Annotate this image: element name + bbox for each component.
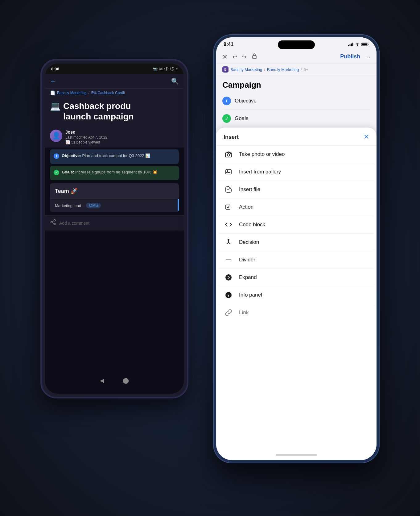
- breadcrumb-link-front2[interactable]: Banc.ly Marketing: [267, 67, 299, 72]
- comment-input[interactable]: Add a comment: [59, 221, 89, 226]
- action-icon: [224, 203, 233, 211]
- file-icon: [224, 186, 233, 193]
- section-row-objective[interactable]: i Objective: [222, 92, 370, 110]
- iphone-phone: 9:41: [213, 34, 380, 463]
- breadcrumb-link-front1[interactable]: Banc.ly Marketing: [230, 67, 262, 72]
- photo-icon: 📷: [153, 67, 158, 71]
- dot-icon: •: [176, 67, 178, 71]
- camera-icon: [224, 151, 233, 158]
- goals-text: Goals: Increase signups from ne segment …: [62, 169, 157, 175]
- insert-item-expand[interactable]: Expand: [219, 269, 374, 286]
- insert-item-gallery[interactable]: Insert from gallery: [219, 163, 374, 181]
- team-row: Marketing lead - @Mia: [50, 199, 179, 212]
- insert-item-info[interactable]: i Info panel: [219, 286, 374, 304]
- link-icon: [224, 309, 233, 316]
- home-indicator: [216, 450, 377, 460]
- fb1-icon: ⓕ: [164, 66, 168, 72]
- svg-line-7: [52, 223, 54, 223]
- objective-icon-front: i: [222, 97, 231, 105]
- team-header: Team 🚀: [50, 183, 179, 199]
- svg-point-19: [230, 153, 231, 154]
- team-section: Team 🚀 Marketing lead - @Mia: [50, 183, 179, 212]
- content-sections-front: i Objective ✓ Goals: [216, 92, 377, 127]
- insert-item-code[interactable]: Code block: [219, 216, 374, 234]
- breadcrumb-sep1: /: [88, 91, 89, 95]
- svg-rect-16: [253, 56, 256, 59]
- svg-text:✓: ✓: [55, 170, 58, 175]
- doc-title-front: Campaign: [222, 80, 370, 90]
- author-info: Jose Last modified Apr 7, 2022 📈 51 peop…: [65, 130, 107, 144]
- section-label-goals: Goals: [235, 115, 248, 122]
- redo-icon[interactable]: ↪: [242, 53, 247, 60]
- info-icon: i: [224, 291, 233, 299]
- iphone-status-icons: [348, 43, 369, 46]
- author-name: Jose: [65, 130, 107, 135]
- svg-rect-15: [362, 44, 367, 46]
- svg-rect-9: [348, 45, 349, 46]
- page-logo: B: [222, 66, 229, 73]
- android-phone: 8:38 📷 M ⓕ ⓕ • ← 🔍 📄 Banc.ly Marketing /…: [40, 59, 188, 398]
- bottom-nav-back: ◀ ⬤: [45, 373, 184, 388]
- iphone-notch: [278, 40, 315, 49]
- svg-point-25: [228, 239, 229, 240]
- scene: 8:38 📷 M ⓕ ⓕ • ← 🔍 📄 Banc.ly Marketing /…: [40, 34, 380, 482]
- team-row-label: Marketing lead -: [55, 203, 84, 208]
- code-label: Code block: [239, 222, 265, 228]
- back-nav-btn[interactable]: ◀: [100, 377, 104, 384]
- svg-point-18: [227, 154, 230, 156]
- insert-item-camera[interactable]: Take photo or video: [219, 146, 374, 163]
- modal-close-button[interactable]: ✕: [364, 134, 369, 140]
- section-row-goals[interactable]: ✓ Goals: [222, 110, 370, 127]
- status-time-back: 8:38: [51, 67, 59, 71]
- more-icon[interactable]: ···: [365, 53, 370, 60]
- avatar-back: 👤: [50, 130, 62, 142]
- nav-bar-back: ← 🔍: [45, 74, 184, 89]
- lock-icon[interactable]: [252, 53, 257, 60]
- insert-item-decision[interactable]: Decision: [219, 234, 374, 251]
- home-indicator-bar: [276, 454, 317, 456]
- svg-text:i: i: [228, 293, 229, 298]
- breadcrumb-sep-front2: /: [301, 67, 302, 72]
- chart-icon: 📈: [65, 140, 70, 144]
- insert-list: Take photo or video Insert from gallery: [216, 146, 377, 450]
- publish-button[interactable]: Publish: [340, 53, 360, 60]
- back-icon[interactable]: ←: [50, 77, 57, 85]
- breadcrumb-front: B Banc.ly Marketing / Banc.ly Marketing …: [216, 64, 377, 75]
- insert-item-link[interactable]: Link: [219, 304, 374, 321]
- breadcrumb-sep-front1: /: [264, 67, 265, 72]
- home-nav-btn[interactable]: ⬤: [123, 377, 129, 384]
- mention-mia[interactable]: @Mia: [86, 203, 101, 208]
- insert-item-divider[interactable]: Divider: [219, 251, 374, 269]
- modal-title: Insert: [224, 134, 239, 140]
- objective-label: Objective:: [62, 153, 81, 158]
- svg-line-8: [52, 221, 54, 222]
- search-icon-back[interactable]: 🔍: [171, 77, 179, 85]
- svg-rect-12: [352, 43, 353, 46]
- modal-header: Insert ✕: [216, 127, 377, 146]
- action-label: Action: [239, 204, 253, 210]
- objective-block: i Objective: Plan and track campai for Q…: [50, 149, 179, 164]
- svg-point-13: [357, 45, 358, 46]
- decision-label: Decision: [239, 239, 259, 245]
- undo-icon[interactable]: ↩: [233, 53, 237, 60]
- objective-icon: i: [54, 153, 59, 160]
- insert-item-action[interactable]: Action: [219, 198, 374, 216]
- divider-label: Divider: [239, 257, 255, 263]
- share-icon[interactable]: [50, 219, 56, 227]
- objective-text: Objective: Plan and track campai for Q3 …: [62, 153, 150, 159]
- gallery-icon: [224, 168, 233, 176]
- page-icon-back: 📄: [50, 90, 55, 95]
- wifi-icon: [355, 43, 360, 46]
- insert-item-file[interactable]: Insert file: [219, 181, 374, 198]
- doc-title-wrap: Campaign: [216, 75, 377, 92]
- breadcrumb-link1[interactable]: Banc.ly Marketing: [57, 91, 86, 95]
- breadcrumb-link2[interactable]: 5% Cashback Credit: [91, 91, 125, 95]
- code-icon: [224, 221, 233, 228]
- svg-point-27: [225, 274, 232, 281]
- fb2-icon: ⓕ: [170, 66, 174, 72]
- close-icon-toolbar[interactable]: ✕: [222, 53, 228, 60]
- expand-icon: [224, 274, 233, 281]
- goals-label: Goals:: [62, 170, 74, 174]
- toolbar: ✕ ↩ ↪ Publish ···: [216, 50, 377, 64]
- doc-title-back: 💻 Cashback produlaunch campaign: [50, 101, 179, 122]
